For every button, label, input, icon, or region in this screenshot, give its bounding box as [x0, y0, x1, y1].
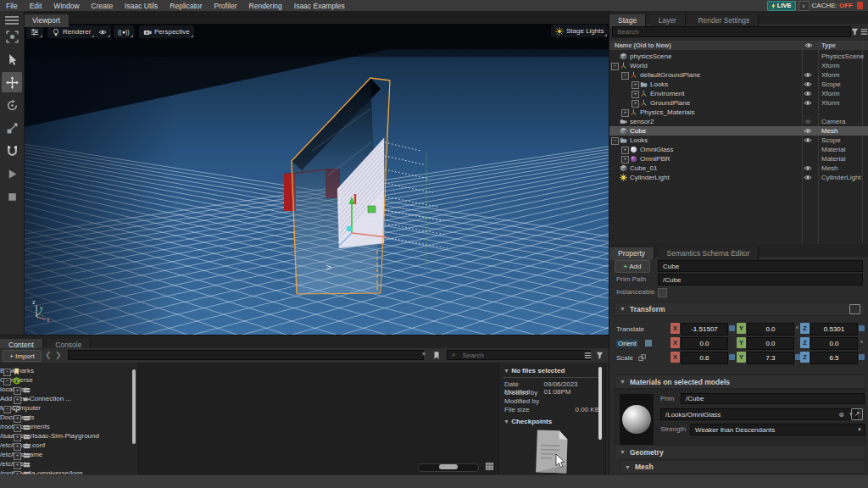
filter-icon[interactable]	[851, 28, 859, 36]
material-path-field[interactable]: /Looks/OmniGlass ⊗ ▼	[660, 408, 857, 420]
scale-tool[interactable]	[2, 118, 22, 138]
snap-tool[interactable]	[2, 141, 22, 161]
transform-section-header[interactable]: ▼ Transform	[615, 302, 865, 316]
reset-button[interactable]	[729, 325, 735, 331]
expand-toggle[interactable]	[14, 434, 21, 441]
tree-item-localhost[interactable]: localhost	[0, 385, 27, 395]
menu-file[interactable]: File	[0, 2, 24, 10]
tab-semantics-schema-editor[interactable]: Semantics Schema Editor	[659, 247, 760, 260]
details-header[interactable]: ▼ No files selected	[504, 367, 565, 374]
details-scrollbar[interactable]	[598, 367, 602, 440]
expand-toggle[interactable]	[14, 415, 21, 423]
expand-toggle[interactable]	[14, 462, 21, 469]
stage-row-omniglass[interactable]: OmniGlassMaterial	[609, 145, 868, 154]
tree-item-root-documents[interactable]: /root/Documents	[0, 423, 50, 432]
stage-row-physicsScene[interactable]: physicsScenePhysicsScene	[609, 52, 868, 61]
tree-item-add-connection[interactable]: Add New Connection ...	[0, 395, 71, 404]
collapse-toggle[interactable]	[3, 406, 11, 413]
instanceable-checkbox[interactable]	[658, 288, 667, 297]
toolbar-menu-icon[interactable]	[5, 14, 19, 26]
frame-selection-tool[interactable]	[2, 26, 22, 47]
tab-render-settings[interactable]: Render Settings	[689, 14, 759, 27]
tab-viewport[interactable]: Viewport	[24, 14, 70, 27]
orient-y-field[interactable]: 0.0	[747, 337, 794, 350]
content-search-input[interactable]	[458, 352, 576, 359]
play-button[interactable]	[2, 164, 22, 184]
visibility-eye-icon[interactable]	[804, 164, 812, 172]
geometry-section-header[interactable]: ▼ Geometry	[615, 445, 865, 459]
add-property-button[interactable]: + Add	[615, 260, 650, 273]
live-toggle[interactable]: LIVE	[767, 1, 796, 11]
link-icon[interactable]	[638, 354, 646, 362]
tree-item-hosts[interactable]: /etc/hosts	[0, 460, 29, 469]
stage-row-cylinderlight[interactable]: CylinderLight CylinderLight	[609, 173, 868, 182]
camera-button[interactable]: Perspective	[139, 25, 194, 38]
stage-row-sensor2[interactable]: sensor2 Camera	[609, 117, 868, 126]
visibility-eye-icon[interactable]	[804, 99, 812, 107]
stage-search-input[interactable]	[612, 26, 851, 37]
tab-property[interactable]: Property	[609, 247, 654, 260]
column-type[interactable]: Type	[821, 42, 836, 49]
reset-dot[interactable]	[860, 341, 863, 343]
mesh-section-header[interactable]: ▼ Mesh	[620, 460, 865, 474]
scale-z-field[interactable]: 6.5	[810, 352, 858, 364]
stage-row-world[interactable]: WorldXform	[609, 61, 868, 70]
expand-toggle[interactable]	[14, 396, 21, 404]
options-icon[interactable]	[860, 28, 868, 36]
reset-dot[interactable]	[796, 326, 798, 329]
orient-label[interactable]: Orient	[616, 340, 638, 347]
stage-row-looks[interactable]: Looks Scope	[609, 80, 868, 89]
expand-toggle[interactable]	[14, 424, 21, 432]
collapse-toggle[interactable]	[621, 72, 629, 80]
filter-icon[interactable]	[596, 352, 604, 359]
translate-x-field[interactable]: -1.51507	[681, 323, 728, 336]
list-view-icon[interactable]	[584, 352, 592, 359]
stage-row-looks-root[interactable]: Looks Scope	[609, 136, 868, 145]
checkpoints-header[interactable]: ▼ Checkpoints	[504, 418, 552, 425]
expand-toggle[interactable]	[14, 387, 21, 395]
column-name[interactable]: Name (Old to New)	[615, 42, 671, 49]
tree-item-hostname[interactable]: /etc/hostname	[0, 451, 42, 460]
translate-z-field[interactable]: 0.5301	[810, 323, 858, 336]
collapse-toggle[interactable]	[611, 63, 619, 70]
menu-edit[interactable]: Edit	[24, 2, 48, 10]
stage-row-omnipbr[interactable]: OmniPBRMaterial	[609, 154, 868, 164]
menu-rendering[interactable]: Rendering	[243, 2, 288, 10]
tree-item-documents[interactable]: Documents	[0, 413, 34, 423]
broadcast-button[interactable]: ((●))	[114, 25, 134, 38]
viewport-nav-chevron[interactable]: >	[326, 261, 332, 274]
expand-toggle[interactable]	[14, 443, 21, 451]
rotate-tool[interactable]	[2, 95, 22, 115]
visibility-eye-icon[interactable]	[804, 80, 812, 88]
collapse-toggle[interactable]	[3, 369, 11, 376]
materials-section-header[interactable]: ▼ Materials on selected models	[615, 374, 865, 389]
translate-y-field[interactable]: 0.0	[747, 323, 794, 336]
scale-x-field[interactable]: 0.6	[681, 352, 728, 364]
back-button[interactable]: ❮	[45, 351, 52, 359]
thumbnail-size-slider[interactable]	[418, 463, 479, 472]
expand-toggle[interactable]	[621, 109, 629, 117]
slider-handle[interactable]	[439, 464, 458, 469]
menu-profiler[interactable]: Profiler	[209, 2, 243, 10]
strength-dropdown[interactable]: Weaker than Descendants ▼	[690, 424, 865, 435]
file-grid-pane[interactable]	[139, 363, 498, 475]
menu-isaac-examples[interactable]: Isaac Examples	[288, 2, 351, 10]
expand-toggle[interactable]	[621, 156, 629, 164]
viewport-canvas[interactable]: Renderer ((●)) Perspective Stage Lights …	[24, 24, 609, 335]
expand-toggle[interactable]	[632, 81, 639, 89]
expand-toggle[interactable]	[632, 100, 639, 108]
copy-transform-icon[interactable]	[849, 304, 860, 314]
stage-row-defaultGroundPlane[interactable]: defaultGroundPlane Xform	[609, 70, 868, 80]
address-bar[interactable]	[68, 350, 424, 360]
stage-row-cube01[interactable]: Cube_01 Mesh	[609, 164, 868, 173]
live-dropdown[interactable]: ∨	[798, 1, 810, 11]
menu-window[interactable]: Window	[47, 2, 85, 10]
collapse-toggle[interactable]	[611, 137, 619, 145]
expand-toggle[interactable]	[632, 91, 639, 98]
stage-row-cube-selected[interactable]: Cube Mesh	[609, 126, 868, 136]
bookmark-icon[interactable]	[432, 351, 441, 360]
forward-button[interactable]: ❯	[55, 351, 62, 359]
tree-scrollbar[interactable]	[132, 369, 136, 444]
stop-button[interactable]	[2, 186, 22, 207]
expand-toggle[interactable]	[14, 452, 21, 460]
